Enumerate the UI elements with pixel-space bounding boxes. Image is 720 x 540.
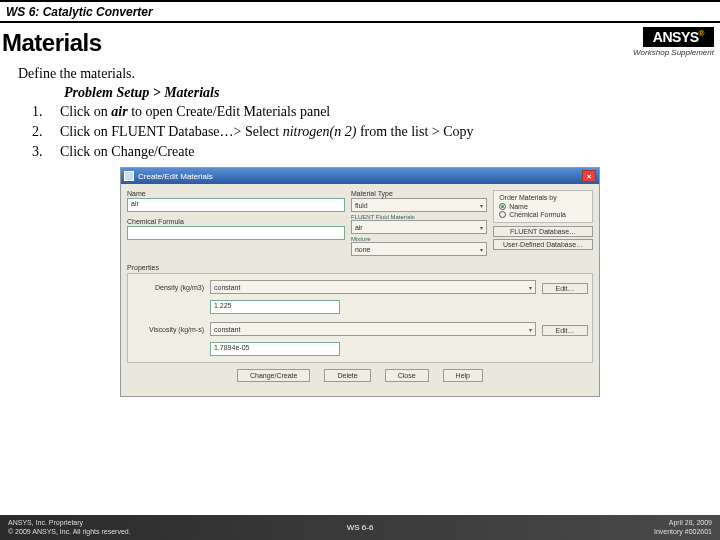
dialog-top-row: Name air Chemical Formula Material Type …: [127, 190, 593, 256]
dialog-title: Create/Edit Materials: [138, 172, 213, 181]
intro-text: Define the materials.: [18, 65, 704, 84]
properties-label: Properties: [127, 264, 593, 271]
dialog-buttons: Change/Create Delete Close Help: [127, 363, 593, 390]
slide-title: Materials: [2, 29, 102, 57]
create-edit-materials-dialog: Create/Edit Materials × Name air Chemica…: [120, 167, 600, 397]
col-right: Order Materials by Name Chemical Formula…: [493, 190, 593, 256]
properties-box: Density (kg/m3) constant Edit… 1.225 Vis…: [127, 273, 593, 363]
dialog-titlebar: Create/Edit Materials ×: [121, 168, 599, 184]
delete-button[interactable]: Delete: [324, 369, 370, 382]
radio-icon: [499, 211, 506, 218]
footer-left: ANSYS, Inc. Proprietary © 2009 ANSYS, In…: [8, 519, 131, 536]
order-name-radio[interactable]: Name: [499, 203, 587, 210]
problem-path: Problem Setup > Materials: [64, 84, 704, 103]
user-database-button[interactable]: User-Defined Database…: [493, 239, 593, 250]
density-value-input[interactable]: 1.225: [210, 300, 340, 314]
viscosity-dropdown[interactable]: constant: [210, 322, 536, 336]
name-input[interactable]: air: [127, 198, 345, 212]
radio-icon: [499, 203, 506, 210]
fluent-database-button[interactable]: FLUENT Database…: [493, 226, 593, 237]
footer-page: WS 6-6: [347, 523, 374, 532]
change-create-button[interactable]: Change/Create: [237, 369, 310, 382]
step-1: Click on air to open Create/Edit Materia…: [46, 103, 704, 122]
dialog-icon: [124, 171, 134, 181]
header-row: Materials ANSYS® Workshop Supplement: [0, 23, 720, 57]
close-icon[interactable]: ×: [582, 170, 596, 182]
footer-date: April 28, 2009: [654, 519, 712, 527]
step-3: Click on Change/Create: [46, 143, 704, 162]
close-button[interactable]: Close: [385, 369, 429, 382]
fmat-dropdown[interactable]: air: [351, 220, 487, 234]
mtype-dropdown[interactable]: fluid: [351, 198, 487, 212]
topbar-title: WS 6: Catalytic Converter: [6, 5, 153, 19]
col-left: Name air Chemical Formula: [127, 190, 345, 256]
density-dropdown[interactable]: constant: [210, 280, 536, 294]
mtype-label: Material Type: [351, 190, 487, 197]
density-edit-button[interactable]: Edit…: [542, 283, 588, 294]
ansys-logo: ANSYS®: [643, 27, 714, 47]
viscosity-label: Viscosity (kg/m-s): [132, 326, 204, 333]
formula-input[interactable]: [127, 226, 345, 240]
logo-text: ANSYS: [653, 29, 699, 45]
footer-right: April 28, 2009 Inventory #002601: [654, 519, 712, 536]
content: Define the materials. Problem Setup > Ma…: [0, 57, 720, 161]
mix-dropdown[interactable]: none: [351, 242, 487, 256]
name-label: Name: [127, 190, 345, 197]
viscosity-value-input[interactable]: 1.7894e-05: [210, 342, 340, 356]
order-formula-radio[interactable]: Chemical Formula: [499, 211, 587, 218]
density-label: Density (kg/m3): [132, 284, 204, 291]
copyright-text: © 2009 ANSYS, Inc. All rights reserved.: [8, 528, 131, 536]
logo-area: ANSYS® Workshop Supplement: [633, 27, 714, 57]
dialog-wrap: Create/Edit Materials × Name air Chemica…: [0, 167, 720, 397]
reg-mark: ®: [699, 29, 704, 38]
help-button[interactable]: Help: [443, 369, 483, 382]
order-label: Order Materials by: [499, 194, 587, 201]
order-by-group: Order Materials by Name Chemical Formula: [493, 190, 593, 223]
dialog-body: Name air Chemical Formula Material Type …: [121, 184, 599, 396]
steps-list: Click on air to open Create/Edit Materia…: [46, 103, 704, 162]
viscosity-row: Viscosity (kg/m-s) constant Edit…: [132, 322, 588, 336]
formula-label: Chemical Formula: [127, 218, 345, 225]
step-2: Click on FLUENT Database…> Select nitrog…: [46, 123, 704, 142]
proprietary-text: ANSYS, Inc. Proprietary: [8, 519, 131, 527]
density-row: Density (kg/m3) constant Edit…: [132, 280, 588, 294]
footer: ANSYS, Inc. Proprietary © 2009 ANSYS, In…: [0, 515, 720, 540]
col-mid: Material Type fluid FLUENT Fluid Materia…: [351, 190, 487, 256]
topbar: WS 6: Catalytic Converter: [0, 0, 720, 23]
footer-inventory: Inventory #002601: [654, 528, 712, 536]
viscosity-edit-button[interactable]: Edit…: [542, 325, 588, 336]
workshop-supplement: Workshop Supplement: [633, 48, 714, 57]
